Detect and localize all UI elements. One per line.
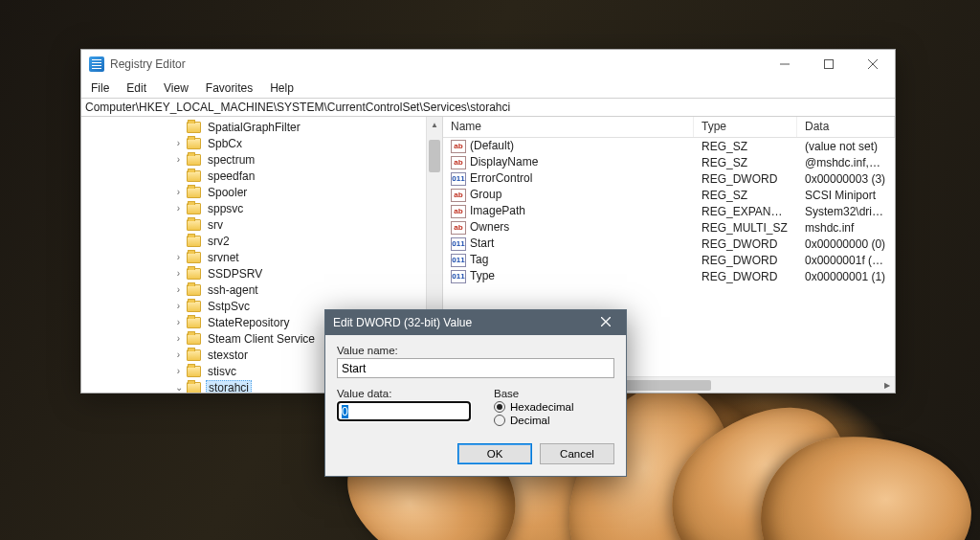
list-row[interactable]: 011ErrorControlREG_DWORD0x00000003 (3) (443, 170, 895, 187)
tree-item[interactable]: ›SSDPSRV (81, 265, 442, 281)
value-data: System32\drivers\storahci.sys (797, 205, 895, 218)
value-type: REG_SZ (694, 189, 797, 202)
value-type: REG_DWORD (694, 270, 797, 283)
tree-item-label: Steam Client Service (206, 332, 317, 346)
address-bar[interactable]: Computer\HKEY_LOCAL_MACHINE\SYSTEM\Curre… (81, 98, 895, 117)
radio-decimal[interactable]: Decimal (494, 415, 614, 426)
column-data[interactable]: Data (797, 117, 895, 137)
list-row[interactable]: abDisplayNameREG_SZ@mshdc.inf,%storahci.… (443, 154, 895, 170)
chevron-right-icon[interactable]: › (173, 350, 184, 360)
chevron-right-icon[interactable]: › (173, 334, 184, 344)
value-name: ErrorControl (470, 171, 532, 185)
string-value-icon: ab (451, 221, 466, 235)
close-button[interactable] (851, 50, 895, 79)
value-data: 0x00000000 (0) (797, 237, 895, 251)
scroll-thumb[interactable] (429, 140, 440, 172)
cancel-button[interactable]: Cancel (540, 443, 614, 464)
list-row[interactable]: 011TypeREG_DWORD0x00000001 (1) (443, 268, 895, 284)
tree-item[interactable]: ›sppsvc (81, 200, 442, 216)
dialog-title: Edit DWORD (32-bit) Value (333, 316, 472, 329)
radio-hexadecimal[interactable]: Hexadecimal (494, 401, 614, 413)
tree-item[interactable]: ›SpbCx (81, 135, 442, 151)
tree-item-label: StateRepository (206, 316, 291, 329)
value-type: REG_DWORD (694, 172, 797, 186)
list-header[interactable]: Name Type Data (443, 117, 895, 138)
tree-item-label: SpbCx (206, 137, 244, 150)
list-row[interactable]: 011TagREG_DWORD0x0000001f (31) (443, 252, 895, 268)
chevron-right-icon[interactable]: › (173, 188, 184, 197)
titlebar[interactable]: Registry Editor (81, 50, 895, 79)
list-row[interactable]: ab(Default)REG_SZ(value not set) (443, 138, 895, 154)
menu-favorites[interactable]: Favorites (204, 80, 255, 96)
value-name: Group (470, 188, 501, 201)
edit-dword-dialog: Edit DWORD (32-bit) Value Value name: Va… (324, 309, 627, 477)
chevron-right-icon[interactable]: › (173, 285, 184, 295)
value-name-label: Value name: (337, 345, 614, 356)
chevron-right-icon[interactable]: › (173, 155, 184, 165)
chevron-right-icon[interactable]: › (173, 302, 184, 311)
dialog-titlebar[interactable]: Edit DWORD (32-bit) Value (325, 310, 626, 335)
folder-icon (187, 301, 201, 312)
list-row[interactable]: abOwnersREG_MULTI_SZmshdc.inf (443, 219, 895, 236)
menu-help[interactable]: Help (268, 80, 296, 96)
value-name: DisplayName (470, 155, 538, 169)
radio-icon (494, 415, 505, 426)
menu-edit[interactable]: Edit (124, 80, 148, 96)
list-row[interactable]: abGroupREG_SZSCSI Miniport (443, 187, 895, 203)
chevron-right-icon[interactable]: › (173, 139, 184, 148)
list-row[interactable]: 011StartREG_DWORD0x00000000 (0) (443, 236, 895, 252)
folder-icon (187, 236, 201, 247)
chevron-right-icon[interactable]: › (173, 318, 184, 327)
string-value-icon: ab (451, 205, 466, 218)
tree-item[interactable]: ›srvnet (81, 249, 442, 265)
radio-hex-label: Hexadecimal (510, 401, 573, 413)
tree-item[interactable]: srv (81, 216, 442, 233)
dword-value-icon: 011 (451, 172, 466, 186)
chevron-right-icon[interactable]: › (173, 367, 184, 376)
folder-icon (187, 203, 201, 214)
value-type: REG_DWORD (694, 237, 797, 251)
tree-item[interactable]: ›Spooler (81, 184, 442, 200)
tree-item[interactable]: speedfan (81, 168, 442, 184)
tree-item[interactable]: SpatialGraphFilter (81, 119, 442, 135)
value-type: REG_SZ (694, 140, 797, 153)
value-name-input[interactable] (337, 358, 614, 378)
value-data-input[interactable] (337, 401, 471, 421)
base-label: Base (494, 388, 614, 399)
scroll-up-icon[interactable]: ▲ (427, 117, 442, 133)
minimize-button[interactable] (763, 50, 807, 79)
tree-item-label: SstpSvc (206, 300, 252, 313)
folder-icon (187, 154, 201, 166)
tree-item-label: spectrum (206, 153, 256, 167)
string-value-icon: ab (451, 189, 466, 202)
value-data: (value not set) (797, 140, 895, 153)
scroll-right-icon[interactable]: ▶ (879, 381, 895, 390)
value-name: ImagePath (470, 204, 525, 217)
chevron-right-icon[interactable]: › (173, 204, 184, 214)
tree-item[interactable]: ›spectrum (81, 151, 442, 168)
value-data: 0x0000001f (31) (797, 254, 895, 267)
dialog-close-button[interactable] (593, 316, 618, 329)
folder-icon (187, 138, 201, 149)
regedit-icon (89, 56, 104, 72)
chevron-down-icon[interactable]: ⌄ (173, 383, 184, 393)
tree-item[interactable]: ›ssh-agent (81, 281, 442, 298)
ok-button[interactable]: OK (457, 443, 532, 464)
chevron-right-icon[interactable]: › (173, 253, 184, 262)
chevron-right-icon[interactable]: › (173, 269, 184, 279)
column-type[interactable]: Type (694, 117, 797, 137)
list-row[interactable]: abImagePathREG_EXPAND_SZSystem32\drivers… (443, 203, 895, 219)
tree-item-label: stexstor (206, 349, 250, 362)
menu-file[interactable]: File (89, 80, 111, 96)
value-data: @mshdc.inf,%storahci.SvcDesc% (797, 156, 895, 169)
tree-item[interactable]: srv2 (81, 233, 442, 249)
maximize-button[interactable] (807, 50, 851, 79)
tree-item-label: speedfan (206, 169, 256, 183)
value-data: mshdc.inf (797, 221, 895, 235)
column-name[interactable]: Name (443, 117, 694, 137)
menu-view[interactable]: View (162, 80, 190, 96)
tree-item-label: srv2 (206, 235, 232, 248)
value-name: Start (470, 236, 494, 250)
dword-value-icon: 011 (451, 270, 466, 283)
value-type: REG_EXPAND_SZ (694, 205, 797, 218)
